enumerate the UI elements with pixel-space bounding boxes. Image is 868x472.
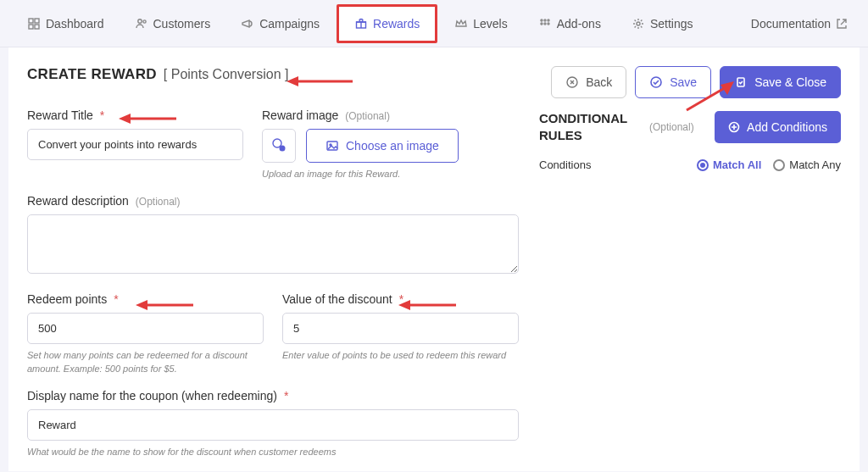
reward-image-label: Reward image (Optional) — [262, 108, 519, 122]
tab-levels[interactable]: Levels — [441, 0, 520, 47]
tab-settings[interactable]: Settings — [618, 0, 707, 47]
tab-label: Rewards — [373, 17, 420, 31]
choose-image-button[interactable]: Choose an image — [306, 129, 459, 163]
crown-icon — [454, 17, 468, 31]
page-subtitle: [ Points Conversion ] — [164, 67, 289, 82]
svg-point-9 — [548, 19, 549, 21]
svg-rect-0 — [29, 19, 33, 23]
rules-title: CONDITIONAL RULES — [539, 110, 641, 143]
reward-title-input[interactable] — [27, 129, 243, 160]
tab-label: Settings — [650, 17, 693, 31]
users-icon — [135, 17, 148, 31]
add-conditions-button[interactable]: Add Conditions — [715, 111, 841, 143]
choose-image-label: Choose an image — [346, 139, 439, 153]
tab-dashboard[interactable]: Dashboard — [14, 0, 118, 47]
save-close-button[interactable]: Save & Close — [720, 66, 841, 98]
page-title: CREATE REWARD — [27, 66, 157, 83]
external-link-icon — [836, 18, 848, 30]
tab-campaigns[interactable]: Campaigns — [227, 0, 333, 47]
reward-desc-input[interactable] — [27, 214, 519, 274]
match-any-radio[interactable]: Match Any — [773, 158, 841, 171]
svg-point-13 — [637, 22, 640, 25]
reward-title-label: Reward Title* — [27, 108, 243, 122]
svg-point-7 — [541, 19, 542, 21]
dashboard-icon — [27, 17, 41, 31]
display-name-input[interactable] — [27, 409, 519, 441]
redeem-points-input[interactable] — [27, 313, 264, 344]
svg-point-8 — [544, 19, 546, 21]
back-button[interactable]: Back — [551, 66, 626, 98]
discount-value-input[interactable] — [282, 313, 519, 344]
main-tabbar: Dashboard Customers Campaigns Rewards Le… — [0, 0, 868, 47]
image-placeholder-icon — [270, 136, 288, 155]
redeem-points-label: Redeem points* — [27, 292, 264, 306]
tab-label: Levels — [473, 17, 507, 31]
image-thumbnail[interactable] — [262, 129, 296, 163]
svg-point-11 — [544, 23, 546, 25]
radio-dot-icon — [773, 159, 785, 171]
tab-customers[interactable]: Customers — [121, 0, 225, 47]
megaphone-icon — [241, 17, 254, 31]
svg-point-18 — [280, 146, 286, 152]
form-column: CREATE REWARD [ Points Conversion ] Rewa… — [8, 47, 537, 464]
action-buttons: Back Save Save & Close — [551, 66, 841, 98]
save-label: Save — [670, 75, 697, 89]
match-all-radio[interactable]: Match All — [697, 158, 761, 171]
redeem-helper: Set how many points can be redeemed for … — [27, 349, 264, 375]
image-helper: Upload an image for this Reward. — [262, 168, 519, 180]
svg-point-4 — [137, 19, 141, 22]
discount-value-label: Value of the discount* — [282, 292, 519, 306]
tab-rewards[interactable]: Rewards — [337, 4, 437, 43]
svg-rect-1 — [35, 19, 39, 23]
svg-point-10 — [541, 23, 542, 25]
save-button[interactable]: Save — [635, 66, 711, 98]
tab-label: Campaigns — [259, 17, 320, 31]
tab-label: Customers — [153, 17, 211, 31]
tab-label: Add-ons — [557, 17, 601, 31]
rules-optional: (Optional) — [649, 121, 694, 133]
gift-icon — [354, 17, 368, 31]
svg-rect-3 — [35, 25, 39, 29]
svg-point-5 — [142, 19, 145, 22]
add-conditions-label: Add Conditions — [747, 120, 827, 134]
documentation-link[interactable]: Documentation — [751, 17, 854, 31]
page-body: Back Save Save & Close CREATE REWARD [ P… — [8, 47, 860, 471]
save-close-label: Save & Close — [754, 75, 826, 89]
display-name-label: Display name for the coupon (when redeem… — [27, 389, 519, 403]
radio-dot-icon — [697, 159, 709, 171]
check-circle-icon — [649, 75, 663, 89]
display-helper: What would be the name to show for the d… — [27, 446, 519, 458]
back-label: Back — [586, 75, 612, 89]
image-icon — [326, 139, 339, 153]
tab-addons[interactable]: Add-ons — [525, 0, 615, 47]
close-circle-icon — [565, 75, 579, 89]
grid-icon — [538, 17, 552, 31]
conditions-label: Conditions — [539, 158, 591, 171]
tab-label: Dashboard — [46, 17, 104, 31]
svg-point-12 — [548, 23, 549, 25]
svg-point-17 — [273, 139, 281, 147]
reward-desc-label: Reward description (Optional) — [27, 194, 519, 208]
plus-circle-icon — [728, 121, 740, 133]
clipboard-check-icon — [734, 75, 748, 89]
discount-helper: Enter value of points to be used to rede… — [282, 349, 519, 362]
svg-rect-2 — [29, 25, 33, 29]
page-title-bar: CREATE REWARD [ Points Conversion ] — [27, 66, 519, 83]
rules-column: CONDITIONAL RULES (Optional) Add Conditi… — [537, 47, 860, 464]
gear-icon — [632, 17, 645, 31]
doc-label: Documentation — [751, 17, 831, 31]
